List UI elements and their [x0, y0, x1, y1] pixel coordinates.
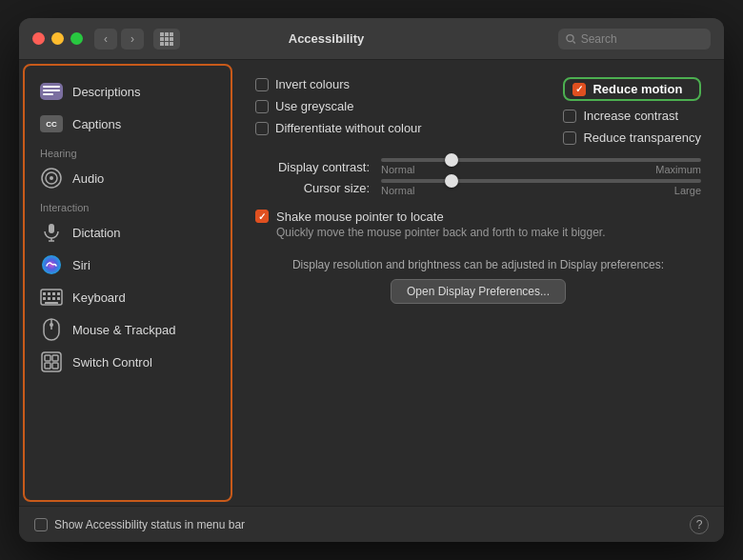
interaction-section-header: Interaction [30, 194, 225, 216]
close-button[interactable] [32, 32, 45, 45]
cursor-size-label: Cursor size: [255, 181, 370, 195]
main-panel: Invert colours Use greyscale Differentia… [232, 60, 724, 506]
shake-mouse-title: Shake mouse pointer to locate [276, 210, 606, 224]
reduce-transparency-label: Reduce transparency [583, 130, 701, 145]
svg-rect-18 [45, 302, 58, 304]
svg-rect-17 [57, 297, 60, 300]
display-contrast-label: Display contrast: [255, 160, 370, 174]
svg-rect-11 [48, 292, 50, 295]
svg-rect-14 [43, 297, 46, 300]
display-contrast-section: Display contrast: Normal Maximum Cursor … [255, 158, 701, 196]
shake-mouse-description: Quickly move the mouse pointer back and … [276, 226, 606, 239]
svg-rect-25 [45, 363, 50, 369]
minimize-button[interactable] [51, 32, 64, 45]
titlebar: ‹ › Accessibility [19, 18, 724, 60]
window-title: Accessibility [94, 31, 558, 46]
cursor-size-slider[interactable]: Normal Large [381, 179, 701, 196]
bottom-bar: Show Accessibility status in menu bar ? [19, 506, 724, 542]
use-greyscale-option[interactable]: Use greyscale [255, 99, 422, 113]
contrast-labels: Normal Maximum [381, 164, 701, 175]
sidebar-item-audio[interactable]: Audio [30, 162, 225, 194]
use-greyscale-checkbox[interactable] [255, 100, 269, 113]
sidebar-label-dictation: Dictation [72, 226, 121, 240]
svg-rect-16 [52, 297, 55, 300]
invert-colours-label: Invert colours [275, 77, 350, 91]
sidebar-label-captions: Captions [72, 117, 121, 131]
differentiate-option[interactable]: Differentiate without colour [255, 121, 422, 135]
mouse-icon [40, 318, 63, 341]
sidebar-item-siri[interactable]: Siri [30, 249, 225, 281]
cursor-track [381, 179, 701, 183]
differentiate-checkbox[interactable] [255, 122, 269, 135]
svg-rect-5 [49, 224, 54, 233]
audio-icon [40, 167, 63, 190]
dictation-icon [40, 221, 63, 244]
contrast-track [381, 158, 701, 162]
search-box[interactable] [558, 29, 711, 50]
shake-mouse-row: Shake mouse pointer to locate Quickly mo… [255, 210, 701, 239]
captions-icon: CC [40, 112, 63, 135]
increase-contrast-option[interactable]: Increase contrast [563, 109, 701, 123]
options-row: Invert colours Use greyscale Differentia… [255, 77, 701, 145]
traffic-lights [32, 32, 83, 45]
svg-rect-13 [57, 292, 60, 295]
fullscreen-button[interactable] [70, 32, 83, 45]
sidebar-label-siri: Siri [72, 258, 90, 272]
sidebar-item-mouse-trackpad[interactable]: Mouse & Trackpad [30, 313, 225, 346]
sidebar-label-keyboard: Keyboard [72, 290, 126, 305]
sidebar-label-mouse: Mouse & Trackpad [72, 323, 175, 337]
invert-colours-option[interactable]: Invert colours [255, 77, 422, 91]
siri-icon [40, 253, 63, 276]
display-contrast-slider[interactable]: Normal Maximum [381, 158, 701, 175]
reduce-transparency-checkbox[interactable] [563, 131, 576, 145]
cursor-max: Large [674, 185, 701, 196]
open-display-preferences-button[interactable]: Open Display Preferences... [391, 279, 566, 304]
reduce-motion-checkbox[interactable] [572, 83, 586, 96]
sidebar-label-switch-control: Switch Control [72, 355, 152, 370]
left-options: Invert colours Use greyscale Differentia… [255, 77, 422, 145]
accessibility-window: ‹ › Accessibility [19, 18, 724, 542]
show-status-checkbox[interactable] [34, 518, 48, 531]
svg-point-0 [567, 34, 573, 41]
svg-rect-24 [52, 355, 58, 361]
cursor-labels: Normal Large [381, 185, 701, 196]
svg-point-21 [50, 323, 53, 327]
sidebar-item-descriptions[interactable]: Descriptions [30, 75, 225, 108]
svg-rect-26 [52, 363, 58, 369]
hearing-section-header: Hearing [30, 140, 225, 162]
sidebar-item-dictation[interactable]: Dictation [30, 216, 225, 249]
sidebar-item-switch-control[interactable]: Switch Control [30, 346, 225, 378]
svg-point-4 [50, 176, 53, 180]
sidebar-item-keyboard[interactable]: Keyboard [30, 281, 225, 313]
show-status-option[interactable]: Show Accessibility status in menu bar [34, 518, 245, 531]
differentiate-label: Differentiate without colour [275, 121, 422, 135]
descriptions-icon [40, 80, 63, 103]
contrast-max: Maximum [655, 164, 701, 175]
help-button[interactable]: ? [690, 515, 709, 534]
show-status-label: Show Accessibility status in menu bar [54, 518, 245, 531]
display-contrast-row: Display contrast: Normal Maximum [255, 158, 701, 175]
reduce-transparency-option[interactable]: Reduce transparency [563, 130, 701, 145]
search-icon [566, 33, 576, 45]
content-area: Descriptions CC Captions Hearing Au [19, 60, 724, 506]
svg-rect-12 [52, 292, 55, 295]
search-input[interactable] [581, 32, 703, 46]
reduce-motion-option[interactable]: Reduce motion [563, 77, 701, 101]
right-options: Reduce motion Increase contrast Reduce t… [563, 77, 701, 145]
svg-rect-15 [48, 297, 50, 300]
cursor-min: Normal [381, 185, 414, 196]
sidebar-item-captions[interactable]: CC Captions [30, 108, 225, 140]
reduce-motion-label: Reduce motion [592, 82, 682, 96]
svg-rect-23 [45, 355, 50, 361]
increase-contrast-checkbox[interactable] [563, 110, 576, 123]
contrast-min: Normal [381, 164, 414, 175]
sidebar-label-descriptions: Descriptions [72, 85, 141, 99]
sidebar: Descriptions CC Captions Hearing Au [23, 64, 232, 502]
svg-line-1 [573, 41, 575, 43]
sidebar-label-audio: Audio [72, 171, 104, 186]
svg-rect-10 [43, 292, 46, 295]
shake-mouse-text: Shake mouse pointer to locate Quickly mo… [276, 210, 606, 239]
shake-mouse-checkbox[interactable] [255, 210, 269, 223]
invert-colours-checkbox[interactable] [255, 78, 269, 91]
increase-contrast-label: Increase contrast [583, 109, 678, 123]
